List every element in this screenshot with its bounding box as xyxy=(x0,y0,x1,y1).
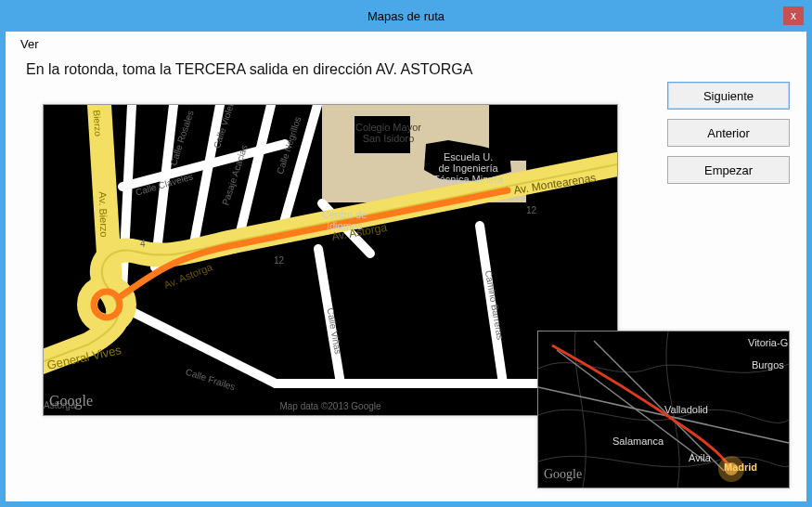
menu-bar: Ver xyxy=(6,32,806,56)
start-button[interactable]: Empezar xyxy=(667,156,790,184)
label-12b: 12 xyxy=(526,205,536,215)
next-button[interactable]: Siguiente xyxy=(667,82,790,110)
city-valladolid: Valladolid xyxy=(664,404,708,415)
city-madrid: Madrid xyxy=(724,462,757,473)
city-avila: Ávila xyxy=(689,452,711,463)
main-map-svg xyxy=(44,105,617,415)
label-12a: 12 xyxy=(274,255,284,266)
close-button[interactable]: x xyxy=(783,6,804,25)
window-title: Mapas de ruta xyxy=(367,9,445,23)
menu-ver[interactable]: Ver xyxy=(15,35,45,53)
route-instruction: En la rotonda, toma la TERCERA salida en… xyxy=(26,61,472,78)
title-bar: Mapas de ruta x xyxy=(3,3,809,29)
mini-map[interactable]: Madrid Valladolid Salamanca Burgos Ávila… xyxy=(537,331,790,488)
city-burgos: Burgos xyxy=(752,359,784,370)
label-bierzo-top: Bierzo xyxy=(92,110,104,136)
map-attribution: Map data ©2013 Google xyxy=(279,401,380,411)
client-area: Ver En la rotonda, toma la TERCERA salid… xyxy=(6,32,806,501)
city-salamanca: Salamanca xyxy=(612,436,664,447)
label-av-bierzo: Av. Bierzo xyxy=(97,191,110,238)
city-vitoria: Vitoria-G xyxy=(748,337,788,348)
close-icon: x xyxy=(791,9,796,22)
label-4: 4 xyxy=(140,239,146,249)
google-logo-mini: Google xyxy=(544,467,582,482)
prev-button[interactable]: Anterior xyxy=(667,119,790,147)
label-centro: Centro deIdiomas xyxy=(322,209,367,231)
label-colegio: Colegio MayorSan Isidoro xyxy=(355,122,421,144)
google-logo-main: Google xyxy=(49,393,93,410)
content: En la rotonda, toma la TERCERA salida en… xyxy=(6,56,806,501)
button-column: Siguiente Anterior Empezar xyxy=(667,82,790,184)
app-window: Mapas de ruta x Ver En la rotonda, toma … xyxy=(0,0,812,507)
main-map[interactable]: Av. Astorga Av. Astorga Av. Montearenas … xyxy=(43,104,618,416)
label-escuela: Escuela U.de IngenieríaTécnica Minera xyxy=(433,151,503,185)
